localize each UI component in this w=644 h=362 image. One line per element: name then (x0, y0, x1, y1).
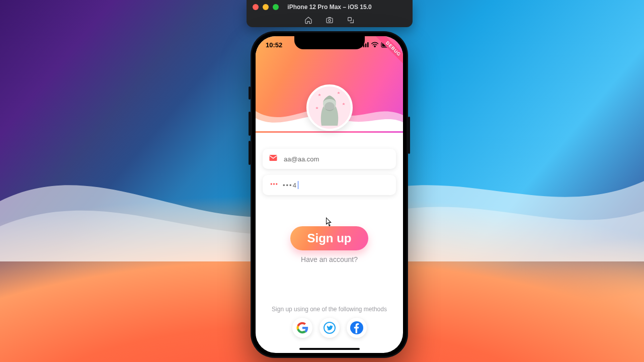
svg-rect-6 (367, 42, 369, 47)
simulator-toolbar (247, 16, 413, 24)
home-icon[interactable] (304, 16, 312, 24)
svg-point-18 (271, 183, 272, 185)
svg-rect-5 (365, 44, 367, 48)
svg-point-20 (276, 183, 277, 185)
svg-rect-2 (348, 18, 352, 21)
signup-button[interactable]: Sign up (290, 226, 369, 250)
mute-switch (249, 86, 251, 100)
side-button (408, 117, 410, 154)
social-caption: Sign up using one of the following metho… (272, 306, 387, 313)
signup-form: •••4 (256, 149, 403, 195)
status-time: 10:52 (266, 41, 282, 49)
social-row (292, 318, 367, 338)
phone-screen: DEBUG 10:52 (256, 36, 403, 353)
password-field[interactable]: •••4 (263, 175, 396, 195)
facebook-signin-button[interactable] (347, 318, 367, 338)
email-field[interactable] (263, 149, 396, 169)
have-account-link[interactable]: Have an account? (301, 255, 358, 263)
volume-down-button (249, 141, 251, 165)
email-input[interactable] (283, 155, 390, 163)
simulator-titlebar: iPhone 12 Pro Max – iOS 15.0 (247, 0, 413, 27)
password-icon (269, 179, 278, 191)
password-input[interactable]: •••4 (283, 181, 390, 189)
wifi-icon (371, 42, 379, 48)
svg-point-1 (329, 20, 331, 22)
svg-point-19 (273, 183, 275, 185)
rotate-icon[interactable] (347, 16, 355, 24)
svg-rect-0 (327, 18, 333, 23)
email-icon (269, 153, 278, 164)
home-indicator (299, 348, 360, 350)
avatar (306, 84, 353, 131)
simulator-title: iPhone 12 Pro Max – iOS 15.0 (247, 4, 413, 11)
twitter-icon (324, 322, 336, 334)
facebook-icon (349, 320, 364, 335)
password-value: •••4 (283, 182, 297, 189)
volume-up-button (249, 112, 251, 136)
twitter-signin-button[interactable] (319, 318, 340, 338)
signup-area: Sign up Have an account? (256, 226, 403, 263)
svg-point-16 (325, 102, 335, 111)
social-signup-area: Sign up using one of the following metho… (256, 306, 403, 338)
text-caret (298, 181, 298, 189)
screenshot-icon[interactable] (326, 16, 334, 24)
google-signin-button[interactable] (292, 318, 312, 338)
iphone-device-frame: DEBUG 10:52 (251, 31, 408, 358)
notch (294, 36, 365, 49)
google-icon (296, 322, 308, 334)
